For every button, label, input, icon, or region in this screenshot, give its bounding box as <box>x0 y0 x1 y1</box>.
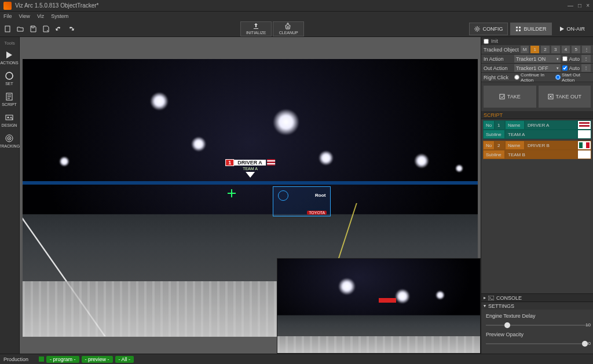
settings-section[interactable]: ▾ SETTINGS <box>481 302 593 310</box>
initialize-button[interactable]: INITIALIZE <box>240 21 272 36</box>
driver-name-field[interactable]: DRIVER B <box>525 141 577 150</box>
in-action-menu[interactable]: ⋮ <box>581 55 591 62</box>
sidebar-set[interactable]: SET <box>0 68 19 89</box>
in-action-auto-checkbox[interactable] <box>562 56 568 61</box>
menu-viz[interactable]: Viz <box>37 13 44 19</box>
script-header: SCRIPT <box>481 111 593 119</box>
maximize-button[interactable]: □ <box>578 2 581 9</box>
start-out-action-radio[interactable] <box>555 75 561 80</box>
light-flare <box>435 291 445 300</box>
undo-icon[interactable] <box>54 25 63 33</box>
preview-tag[interactable]: - preview - <box>82 356 113 363</box>
take-out-button[interactable]: TAKE OUT <box>539 86 591 108</box>
auto-label: Auto <box>569 65 580 71</box>
light-flare <box>414 153 429 168</box>
window-title: Viz Arc 1.5.0.813 ObjectTracker* <box>15 2 568 9</box>
in-action-select[interactable]: Tracker1 ON <box>514 55 561 62</box>
driver-subline-field[interactable]: TEAM B <box>505 150 577 159</box>
driver-subline-field[interactable]: TEAM A <box>505 130 577 139</box>
driver-overlay-mini <box>379 298 396 303</box>
svg-rect-5 <box>519 30 521 31</box>
light-flare <box>273 109 299 135</box>
driver-overlay[interactable]: 1 DRIVER A TEAM A <box>225 159 275 178</box>
right-click-label: Right Click <box>484 75 513 80</box>
continue-in-action-radio[interactable] <box>514 75 519 80</box>
title-bar: Viz Arc 1.5.0.813 ObjectTracker* — □ × <box>0 0 593 12</box>
script-icon <box>5 92 14 101</box>
sidebar-header: Tools <box>0 39 19 47</box>
preview-opacity-label: Preview Opacity <box>486 332 588 337</box>
status-label: Production <box>3 356 28 362</box>
onair-button[interactable]: ON-AIR <box>554 23 590 35</box>
open-icon[interactable] <box>16 25 24 33</box>
script-panel: No 1 Name DRIVER A Subline TEAM A No 2 N… <box>481 119 593 162</box>
driver-card-b[interactable]: No 2 Name DRIVER B Subline TEAM B <box>483 141 591 159</box>
out-action-select[interactable]: Tracker1 OFF <box>514 64 561 72</box>
slot-m[interactable]: M <box>521 46 529 53</box>
minimize-button[interactable]: — <box>568 2 573 9</box>
right-panel: Init Tracked Object M 1 2 3 4 5 ⋮ In Act… <box>481 37 593 354</box>
engine-delay-label: Engine Texture Delay <box>486 313 588 319</box>
flag-slot[interactable] <box>577 130 591 139</box>
menu-system[interactable]: System <box>51 13 68 19</box>
builder-button[interactable]: BUILDER <box>510 23 551 35</box>
all-tag[interactable]: - All - <box>115 356 134 363</box>
console-section[interactable]: ▸ CONSOLE <box>481 293 593 302</box>
driver-no[interactable]: 1 <box>495 120 505 130</box>
preview-pip[interactable] <box>277 258 481 354</box>
svg-rect-8 <box>6 115 13 120</box>
cleanup-button[interactable]: CLEANUP <box>273 21 304 36</box>
menu-view[interactable]: View <box>19 13 30 19</box>
slot-menu[interactable]: ⋮ <box>582 46 591 53</box>
svg-rect-0 <box>5 26 10 32</box>
driver-name-field[interactable]: DRIVER A <box>525 120 577 130</box>
menu-bar: File View Viz System <box>0 12 593 21</box>
play-icon <box>559 26 565 32</box>
out-action-menu[interactable]: ⋮ <box>581 64 591 72</box>
take-button[interactable]: TAKE <box>484 86 536 108</box>
preview-opacity-track[interactable]: 1.00 <box>486 343 588 344</box>
new-icon[interactable] <box>3 25 12 33</box>
svg-point-1 <box>476 28 478 30</box>
driver-no[interactable]: 2 <box>495 141 505 150</box>
svg-rect-15 <box>488 296 494 300</box>
in-action-row: In Action Tracker1 ON Auto ⋮ <box>481 54 593 64</box>
engine-delay-value: 10 <box>585 322 591 328</box>
save-as-icon[interactable] <box>42 25 50 33</box>
pointer-icon <box>246 172 255 178</box>
cleanup-icon <box>285 23 292 30</box>
no-label: No <box>483 120 495 130</box>
slot-3[interactable]: 3 <box>551 46 560 53</box>
init-checkbox[interactable] <box>484 39 489 44</box>
config-button[interactable]: CONFIG <box>469 23 508 35</box>
program-tag[interactable]: - program - <box>46 356 79 363</box>
save-icon[interactable] <box>29 25 37 33</box>
out-action-label: Out Action <box>484 65 513 71</box>
out-action-auto-checkbox[interactable] <box>562 65 568 71</box>
sidebar-script[interactable]: SCRIPT <box>0 89 19 109</box>
target-icon <box>278 190 288 201</box>
actions-icon <box>5 50 14 60</box>
slot-5[interactable]: 5 <box>572 46 580 53</box>
slider-thumb[interactable] <box>504 322 510 328</box>
design-icon <box>5 113 14 122</box>
slot-1[interactable]: 1 <box>530 46 539 53</box>
tracking-box[interactable]: Root TOYOTA <box>273 186 331 216</box>
builder-icon <box>515 26 521 32</box>
auto-label: Auto <box>569 56 580 62</box>
slot-4[interactable]: 4 <box>562 46 570 53</box>
menu-file[interactable]: File <box>3 13 12 19</box>
flag-slot[interactable] <box>577 150 591 159</box>
subline-label: Subline <box>483 150 505 159</box>
close-button[interactable]: × <box>586 2 590 9</box>
sidebar-design[interactable]: DESIGN <box>0 109 19 130</box>
driver-card-a[interactable]: No 1 Name DRIVER A Subline TEAM A <box>483 120 591 139</box>
slot-2[interactable]: 2 <box>541 46 550 53</box>
init-header: Init <box>481 37 593 45</box>
engine-delay-track[interactable]: 10 <box>486 325 588 326</box>
flag-usa-icon <box>577 120 591 130</box>
redo-icon[interactable] <box>67 25 75 33</box>
sidebar-actions[interactable]: ACTIONS <box>0 47 19 68</box>
engine-delay-slider: Engine Texture Delay 10 <box>486 313 588 326</box>
sidebar-tracking[interactable]: TRACKING <box>0 130 19 151</box>
